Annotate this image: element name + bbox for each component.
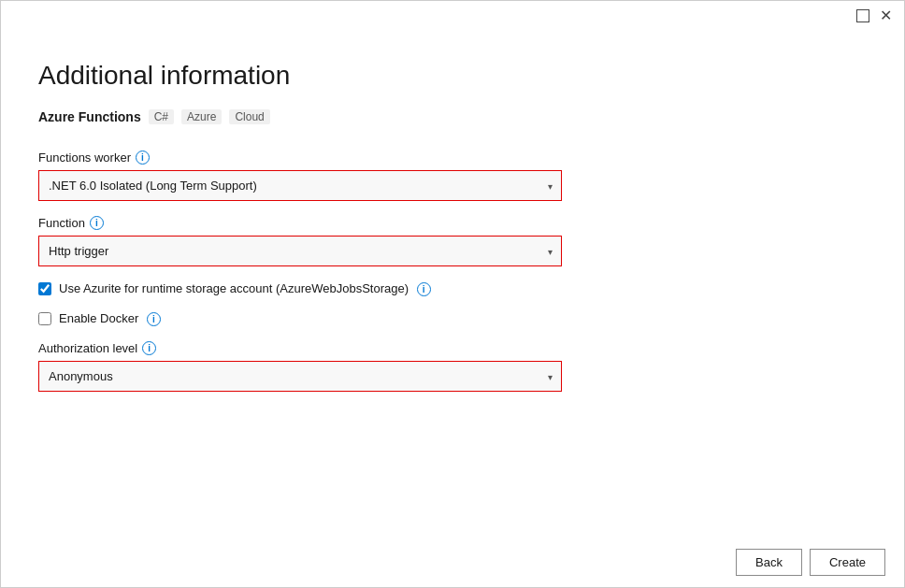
function-select[interactable]: Http trigger Timer trigger Queue trigger xyxy=(38,236,562,266)
title-bar: ✕ xyxy=(1,1,904,31)
functions-worker-select[interactable]: .NET 6.0 Isolated (Long Term Support) .N… xyxy=(38,170,562,201)
use-azurite-row: Use Azurite for runtime storage account … xyxy=(38,281,562,296)
enable-docker-row: Enable Docker i xyxy=(38,311,562,326)
close-button[interactable]: ✕ xyxy=(878,8,893,23)
tag-azure: Azure xyxy=(181,109,222,124)
create-button[interactable]: Create xyxy=(810,549,885,576)
function-info-icon[interactable]: i xyxy=(90,216,104,230)
content-area: Additional information Azure Functions C… xyxy=(1,31,904,538)
maximize-button[interactable] xyxy=(855,8,870,23)
authorization-level-select[interactable]: Anonymous Function Admin xyxy=(38,361,562,392)
close-icon: ✕ xyxy=(880,8,892,23)
tag-csharp: C# xyxy=(149,109,174,124)
footer: Back Create xyxy=(1,538,904,587)
tag-cloud: Cloud xyxy=(229,109,269,124)
use-azurite-label: Use Azurite for runtime storage account … xyxy=(59,281,431,296)
functions-worker-label: Functions worker i xyxy=(38,151,562,165)
functions-worker-select-wrapper: .NET 6.0 Isolated (Long Term Support) .N… xyxy=(38,170,562,201)
docker-info-icon[interactable]: i xyxy=(147,312,161,326)
authorization-level-label: Authorization level i xyxy=(38,341,562,355)
function-label: Function i xyxy=(38,216,562,230)
authorization-level-select-wrapper: Anonymous Function Admin ▾ xyxy=(38,361,562,392)
back-button[interactable]: Back xyxy=(736,549,802,576)
authorization-level-info-icon[interactable]: i xyxy=(142,341,156,355)
enable-docker-label: Enable Docker i xyxy=(59,311,161,326)
azurite-info-icon[interactable]: i xyxy=(417,282,431,296)
subtitle-row: Azure Functions C# Azure Cloud xyxy=(38,109,867,124)
functions-worker-info-icon[interactable]: i xyxy=(136,151,150,165)
page-title: Additional information xyxy=(38,61,867,91)
form-section: Functions worker i .NET 6.0 Isolated (Lo… xyxy=(38,151,562,392)
functions-worker-group: Functions worker i .NET 6.0 Isolated (Lo… xyxy=(38,151,562,201)
subtitle-label: Azure Functions xyxy=(38,109,141,124)
enable-docker-checkbox[interactable] xyxy=(38,312,51,325)
maximize-icon xyxy=(856,9,869,22)
authorization-level-group: Authorization level i Anonymous Function… xyxy=(38,341,562,392)
function-group: Function i Http trigger Timer trigger Qu… xyxy=(38,216,562,266)
function-select-wrapper: Http trigger Timer trigger Queue trigger… xyxy=(38,236,562,266)
use-azurite-checkbox[interactable] xyxy=(38,282,51,295)
main-window: ✕ Additional information Azure Functions… xyxy=(0,0,905,588)
